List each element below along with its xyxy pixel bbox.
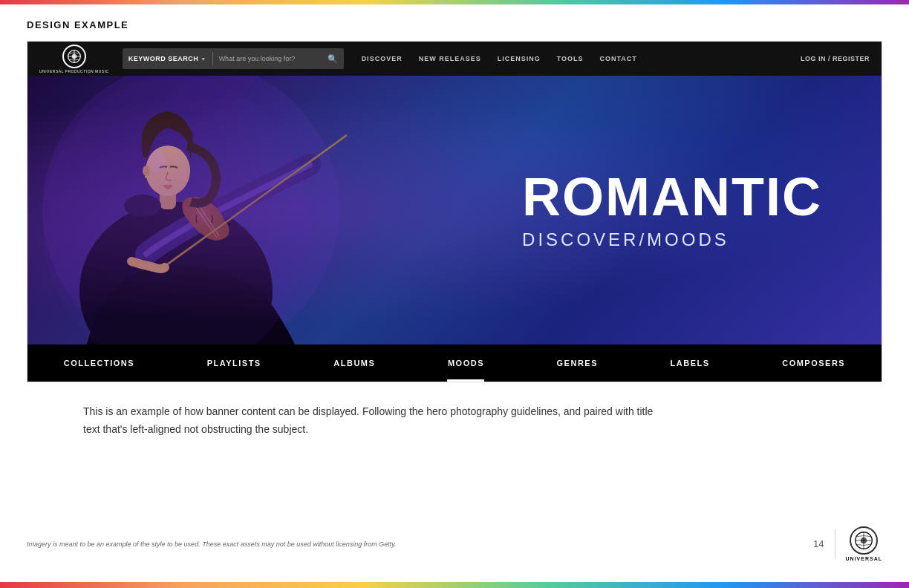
search-input-area: What are you looking for? 🔍	[213, 54, 344, 64]
logo-area: UNIVERSAL PRODUCTION MUSIC	[39, 45, 109, 74]
footer-right: 14 UniverSAL	[813, 526, 882, 561]
screenshot-container: UNIVERSAL PRODUCTION MUSIC KEYWORD SEARC…	[27, 41, 882, 382]
svg-line-9	[161, 135, 347, 269]
bottom-nav-genres[interactable]: GENRES	[550, 344, 605, 382]
svg-line-7	[195, 199, 219, 236]
bottom-nav-labels[interactable]: LABELS	[663, 344, 717, 382]
hero-title: ROMANTIC	[522, 170, 822, 223]
logo-text: UNIVERSAL PRODUCTION MUSIC	[39, 69, 109, 74]
nav-links: DISCOVER NEW RELEASES LICENSING TOOLS CO…	[362, 55, 801, 62]
violin-player-figure	[27, 76, 384, 344]
footer-divider	[835, 529, 835, 559]
logo-icon	[62, 45, 86, 68]
nav-link-discover[interactable]: DISCOVER	[362, 55, 403, 62]
svg-point-5	[79, 202, 273, 344]
svg-point-12	[143, 166, 150, 176]
hero-banner: ROMANTIC DISCOVER/MOODS	[27, 76, 882, 344]
nav-link-tools[interactable]: TOOLS	[557, 55, 584, 62]
svg-point-14	[124, 195, 161, 217]
footer-logo: UniverSAL	[846, 526, 882, 561]
page-heading: DESIGN EXAMPLE	[0, 4, 909, 41]
svg-point-13	[145, 175, 148, 178]
bottom-nav-collections[interactable]: COLLECTIONS	[56, 344, 142, 382]
bottom-nav-playlists[interactable]: PLAYLISTS	[200, 344, 269, 382]
svg-line-8	[161, 135, 347, 269]
search-icon[interactable]: 🔍	[328, 54, 338, 64]
bottom-nav: COLLECTIONS PLAYLISTS ALBUMS MOODS GENRE…	[27, 344, 882, 382]
svg-line-6	[191, 200, 217, 238]
footer-logo-text: UniverSAL	[846, 556, 882, 561]
search-area[interactable]: KEYWORD SEARCH ▼ What are you looking fo…	[123, 48, 344, 69]
footer-disclaimer: Imagery is meant to be an example of the…	[27, 540, 397, 548]
nav-link-new-releases[interactable]: NEW RELEASES	[419, 55, 481, 62]
svg-rect-10	[160, 183, 176, 209]
svg-point-15	[42, 76, 310, 344]
nav-link-licensing[interactable]: LICENSING	[498, 55, 541, 62]
nav-link-contact[interactable]: CONTACT	[600, 55, 637, 62]
nav-bar: UNIVERSAL PRODUCTION MUSIC KEYWORD SEARC…	[27, 42, 882, 76]
rainbow-bar-bottom	[0, 582, 909, 588]
dropdown-arrow-icon: ▼	[201, 56, 206, 62]
svg-point-11	[146, 146, 190, 196]
svg-point-4	[42, 76, 339, 344]
svg-point-16	[149, 150, 166, 172]
nav-login[interactable]: LOG IN / REGISTER	[801, 55, 870, 62]
bottom-nav-composers[interactable]: COMPOSERS	[775, 344, 853, 382]
page-number: 14	[813, 538, 824, 549]
keyword-search-button[interactable]: KEYWORD SEARCH ▼	[123, 48, 212, 69]
search-placeholder: What are you looking for?	[219, 55, 323, 62]
bottom-nav-moods[interactable]: MOODS	[440, 344, 492, 382]
bottom-nav-albums[interactable]: ALBUMS	[326, 344, 382, 382]
description-text: This is an example of how banner content…	[83, 403, 662, 439]
description-area: This is an example of how banner content…	[0, 382, 909, 451]
hero-text-area: ROMANTIC DISCOVER/MOODS	[522, 170, 822, 250]
footer-area: Imagery is meant to be an example of the…	[0, 526, 909, 561]
footer-logo-circle	[850, 526, 878, 555]
hero-subtitle: DISCOVER/MOODS	[522, 229, 822, 250]
